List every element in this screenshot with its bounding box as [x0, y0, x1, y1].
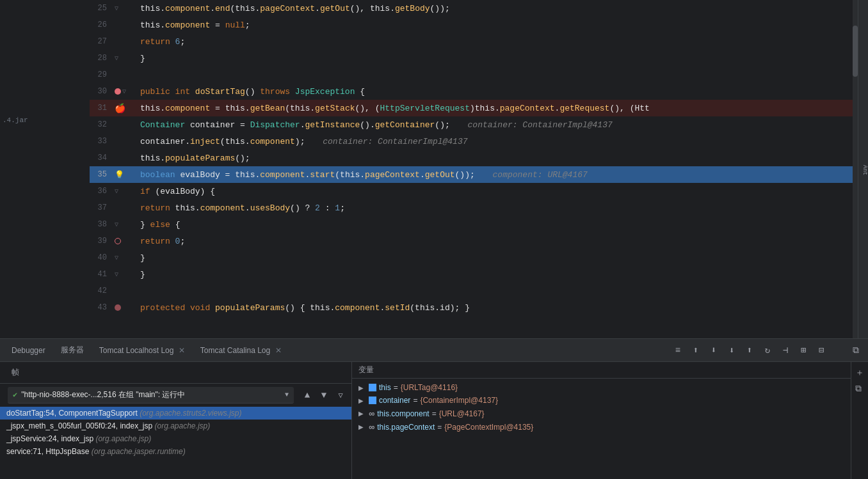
code-line-31: 31 🍎 this.component = this.getBean(this.…	[90, 100, 858, 116]
frame-item-1[interactable]: _jspx_meth_s_005furl_005f0:24, index_jsp…	[0, 420, 351, 432]
tab-server[interactable]: 服务器	[54, 342, 90, 358]
var-key-this-component: this.component	[377, 409, 429, 418]
tab-tomcat-localhost-close[interactable]: ✕	[179, 346, 185, 355]
var-infinity-icon-this-component: ∞	[369, 409, 374, 418]
toolbar-step-btn[interactable]: ⊣	[778, 343, 792, 357]
toolbar-up1-btn[interactable]: ⬆	[689, 343, 703, 357]
frame-item-3[interactable]: service:71, HttpJspBase (org.apache.jasp…	[0, 445, 351, 458]
side-icon-add[interactable]: ＋	[855, 367, 864, 379]
code-line-26: 26 this.component = null;	[90, 17, 858, 33]
tab-tomcat-localhost-label: Tomcat Localhost Log	[99, 346, 174, 355]
toolbar-list-btn[interactable]: ⊟	[814, 343, 828, 357]
line-icons-39	[115, 238, 140, 244]
fold-icon-40[interactable]: ▽	[115, 254, 118, 262]
line-code-31: this.component = this.getBean(this.getSt…	[140, 104, 858, 113]
line-code-27: return 6;	[140, 37, 858, 47]
var-eq-container: =	[413, 396, 417, 405]
tab-tomcat-catalina[interactable]: Tomcat Catalina Log ✕	[194, 343, 288, 357]
code-line-33: 33 container.inject(this.component); con…	[90, 133, 858, 150]
line-num-29: 29	[92, 70, 115, 79]
line-icons-43	[115, 304, 140, 311]
expand-arrow-this-component: ▶	[358, 410, 366, 417]
breakpoint-icon-30[interactable]	[115, 88, 121, 95]
line-code-26: this.component = null;	[140, 20, 858, 30]
line-num-40: 40	[92, 253, 115, 262]
line-num-41: 41	[92, 270, 115, 279]
line-num-27: 27	[92, 37, 115, 46]
var-item-container[interactable]: ▶ container = {ContainerImpl@4137}	[352, 394, 851, 407]
var-val-container: {ContainerImpl@4137}	[420, 396, 498, 405]
toolbar-refresh-btn[interactable]: ↻	[760, 343, 775, 357]
tab-tomcat-catalina-label: Tomcat Catalina Log	[200, 346, 270, 355]
line-num-42: 42	[92, 287, 115, 295]
frame-detail-3: (org.apache.jasper.runtime)	[92, 447, 186, 456]
ant-label: Ant	[858, 0, 868, 338]
toolbar-layout-btn[interactable]: ⧉	[849, 343, 863, 357]
thread-selector[interactable]: ✔ "http-nio-8888-exec-...2,516 在组 "main"…	[8, 387, 294, 404]
frames-panel: 帧 ✔ "http-nio-8888-exec-...2,516 在组 "mai…	[0, 362, 352, 479]
breakpoint-icon-43[interactable]	[115, 304, 121, 311]
var-eq-this: =	[394, 383, 398, 392]
var-infinity-icon-this-pagecontext: ∞	[369, 422, 374, 432]
fold-icon-28[interactable]: ▽	[115, 54, 118, 62]
line-code-43: protected void populateParams() { this.c…	[140, 303, 858, 313]
variables-panel: 变量 ▶ this = {URLTag@4116} ▶ container =	[352, 362, 851, 479]
editor-scrollbar[interactable]	[853, 0, 858, 338]
line-num-43: 43	[92, 303, 115, 312]
code-line-38: 38 ▽ } else {	[90, 216, 858, 233]
fold-icon-41[interactable]: ▽	[115, 271, 118, 278]
line-num-35: 35	[92, 170, 115, 179]
code-content: 25 ▽ this.component.end(this.pageContext…	[90, 0, 858, 338]
var-val-this: {URLTag@4116}	[401, 383, 458, 392]
expand-arrow-this-pagecontext: ▶	[358, 423, 366, 430]
code-line-29: 29	[90, 67, 858, 83]
line-icons-31: 🍎	[115, 103, 140, 114]
line-num-32: 32	[92, 120, 115, 129]
frame-item-0[interactable]: doStartTag:54, ComponentTagSupport (org.…	[0, 407, 351, 420]
code-line-43: 43 protected void populateParams() { thi…	[90, 299, 858, 316]
line-code-30: public int doStartTag() throws JspExcept…	[140, 87, 858, 97]
toolbar-grid-btn[interactable]: ⊞	[796, 343, 810, 357]
line-code-33: container.inject(this.component); contai…	[140, 137, 858, 146]
frame-up-btn[interactable]: ▲	[300, 388, 314, 402]
line-icons-38: ▽	[115, 221, 140, 228]
var-val-this-component: {URL@4167}	[439, 409, 485, 418]
panel-toolbar: ≡ ⬆ ⬇ ⬆ ⬆ ↻ ⊣ ⊞ ⊟ ⧉	[671, 343, 863, 357]
var-item-this[interactable]: ▶ this = {URLTag@4116}	[352, 381, 851, 394]
var-eq-this-pagecontext: =	[437, 423, 442, 432]
fold-icon-25[interactable]: ▽	[115, 4, 118, 12]
toolbar-menu-btn[interactable]: ≡	[671, 343, 685, 357]
code-editor: .4.jar 25 ▽ this.component.end(this.page…	[0, 0, 868, 338]
var-item-this-component[interactable]: ▶ ∞ this.component = {URL@4167}	[352, 407, 851, 420]
tab-debugger[interactable]: Debugger	[5, 343, 52, 357]
frame-filter-btn[interactable]: ▽	[334, 388, 348, 402]
line-num-28: 28	[92, 54, 115, 63]
tab-tomcat-localhost[interactable]: Tomcat Localhost Log ✕	[93, 343, 191, 357]
frame-name-2: _jspService:24, index_jsp	[6, 434, 95, 443]
code-line-34: 34 this.populateParams();	[90, 150, 858, 166]
tab-tomcat-catalina-close[interactable]: ✕	[275, 346, 282, 355]
lightbulb-icon[interactable]: 💡	[115, 170, 124, 180]
frame-detail-0: (org.apache.struts2.views.jsp)	[140, 409, 241, 418]
code-line-28: 28 ▽ }	[90, 50, 858, 67]
var-item-this-pagecontext[interactable]: ▶ ∞ this.pageContext = {PageContextImpl@…	[352, 420, 851, 434]
scrollbar-thumb[interactable]	[853, 26, 858, 77]
fold-icon-38[interactable]: ▽	[115, 221, 118, 228]
circle-breakpoint-icon-39[interactable]	[115, 238, 121, 244]
line-num-25: 25	[92, 4, 115, 13]
code-line-42: 42	[90, 283, 858, 299]
bottom-panel: Debugger 服务器 Tomcat Localhost Log ✕ Tomc…	[0, 338, 868, 479]
frame-down-btn[interactable]: ▼	[317, 388, 331, 402]
toolbar-down2-btn[interactable]: ⬆	[725, 343, 739, 357]
toolbar-up2-btn[interactable]: ⬆	[743, 343, 757, 357]
fold-icon-30[interactable]: ▽	[122, 88, 126, 95]
line-num-37: 37	[92, 203, 115, 212]
line-icons-30: ▽	[115, 88, 140, 95]
toolbar-down1-btn[interactable]: ⬇	[707, 343, 721, 357]
line-code-39: return 0;	[140, 237, 858, 246]
expand-arrow-this: ▶	[358, 384, 366, 391]
fold-icon-36[interactable]: ▽	[115, 187, 118, 195]
line-code-28: }	[140, 54, 858, 63]
side-icon-layout[interactable]: ⧉	[855, 384, 864, 394]
frame-item-2[interactable]: _jspService:24, index_jsp (org.apache.js…	[0, 432, 351, 445]
